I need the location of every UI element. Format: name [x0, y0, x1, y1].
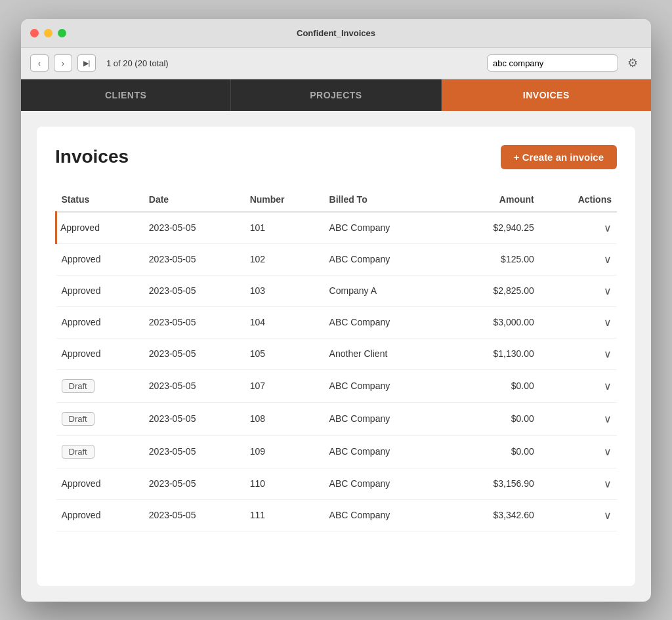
table-row: Approved2023-05-05105Another Client$1,13…: [56, 338, 618, 369]
cell-actions[interactable]: ∨: [539, 402, 617, 435]
col-header-amount: Amount: [449, 188, 539, 212]
search-area: ⚙: [487, 54, 642, 72]
cell-billed-to: ABC Company: [324, 468, 450, 499]
expand-row-button[interactable]: ∨: [604, 445, 612, 458]
table-row: Draft2023-05-05109ABC Company$0.00∨: [56, 435, 618, 468]
cell-status: Approved: [56, 212, 144, 244]
status-badge-draft: Draft: [62, 445, 94, 459]
table-row: Approved2023-05-05111ABC Company$3,342.6…: [56, 499, 618, 531]
cell-status: Approved: [56, 499, 144, 531]
window-controls: [30, 29, 66, 37]
expand-row-button[interactable]: ∨: [604, 380, 612, 392]
cell-actions[interactable]: ∨: [539, 275, 617, 306]
expand-row-button[interactable]: ∨: [604, 413, 612, 425]
close-button[interactable]: [30, 29, 39, 37]
cell-billed-to: ABC Company: [324, 306, 450, 338]
cell-amount: $3,342.60: [449, 499, 539, 531]
cell-status: Draft: [56, 402, 144, 435]
cell-number: 103: [245, 275, 324, 306]
cell-number: 107: [245, 369, 324, 402]
table-row: Draft2023-05-05108ABC Company$0.00∨: [56, 402, 618, 435]
cell-amount: $0.00: [449, 369, 539, 402]
cell-amount: $2,940.25: [449, 212, 539, 244]
cell-billed-to: Another Client: [324, 338, 450, 369]
cell-date: 2023-05-05: [144, 402, 245, 435]
cell-actions[interactable]: ∨: [539, 306, 617, 338]
table-row: Draft2023-05-05107ABC Company$0.00∨: [56, 369, 618, 402]
table-row: Approved2023-05-05104ABC Company$3,000.0…: [56, 306, 618, 338]
cell-billed-to: ABC Company: [324, 499, 450, 531]
expand-row-button[interactable]: ∨: [604, 316, 612, 329]
cell-number: 109: [245, 435, 324, 468]
cell-actions[interactable]: ∨: [539, 212, 617, 244]
expand-row-button[interactable]: ∨: [604, 478, 612, 490]
app-window: Confident_Invoices ‹ › ▶| 1 of 20 (20 to…: [21, 19, 651, 602]
settings-button[interactable]: ⚙: [623, 54, 642, 72]
cell-number: 104: [245, 306, 324, 338]
cell-number: 110: [245, 468, 324, 499]
cell-actions[interactable]: ∨: [539, 499, 617, 531]
cell-billed-to: Company A: [324, 275, 450, 306]
table-row: Approved2023-05-05110ABC Company$3,156.9…: [56, 468, 618, 499]
titlebar: Confident_Invoices: [21, 19, 651, 48]
cell-status: Approved: [56, 306, 144, 338]
cell-number: 101: [245, 212, 324, 244]
cell-actions[interactable]: ∨: [539, 435, 617, 468]
cell-date: 2023-05-05: [144, 306, 245, 338]
cell-number: 105: [245, 338, 324, 369]
cell-billed-to: ABC Company: [324, 402, 450, 435]
main-content: Invoices + Create an invoice Status Date…: [37, 127, 635, 586]
expand-row-button[interactable]: ∨: [604, 285, 612, 297]
maximize-button[interactable]: [58, 29, 66, 37]
cell-amount: $2,825.00: [449, 275, 539, 306]
cell-billed-to: ABC Company: [324, 369, 450, 402]
cell-amount: $3,156.90: [449, 468, 539, 499]
pagination-text: 1 of 20 (20 total): [106, 58, 169, 68]
cell-status: Approved: [56, 275, 144, 306]
cell-amount: $0.00: [449, 402, 539, 435]
table-row: Approved2023-05-05101ABC Company$2,940.2…: [56, 212, 618, 244]
cell-billed-to: ABC Company: [324, 435, 450, 468]
cell-number: 102: [245, 243, 324, 275]
cell-number: 111: [245, 499, 324, 531]
window-title: Confident_Invoices: [297, 28, 375, 38]
cell-amount: $1,130.00: [449, 338, 539, 369]
expand-row-button[interactable]: ∨: [604, 222, 612, 234]
cell-amount: $0.00: [449, 435, 539, 468]
last-button[interactable]: ▶|: [77, 54, 96, 72]
page-title: Invoices: [55, 146, 129, 167]
create-invoice-button[interactable]: + Create an invoice: [501, 145, 617, 169]
search-input[interactable]: [487, 54, 618, 72]
table-row: Approved2023-05-05103Company A$2,825.00∨: [56, 275, 618, 306]
col-header-billed-to: Billed To: [324, 188, 450, 212]
cell-billed-to: ABC Company: [324, 212, 450, 244]
cell-actions[interactable]: ∨: [539, 369, 617, 402]
table-header-row: Status Date Number Billed To Amount Acti…: [56, 188, 618, 212]
cell-actions[interactable]: ∨: [539, 468, 617, 499]
cell-date: 2023-05-05: [144, 435, 245, 468]
cell-status: Approved: [56, 338, 144, 369]
cell-status: Draft: [56, 369, 144, 402]
cell-status: Approved: [56, 468, 144, 499]
back-button[interactable]: ‹: [30, 54, 49, 72]
cell-actions[interactable]: ∨: [539, 243, 617, 275]
status-badge-draft: Draft: [62, 379, 94, 393]
expand-row-button[interactable]: ∨: [604, 253, 612, 266]
cell-number: 108: [245, 402, 324, 435]
cell-date: 2023-05-05: [144, 338, 245, 369]
cell-amount: $3,000.00: [449, 306, 539, 338]
forward-button[interactable]: ›: [54, 54, 72, 72]
cell-actions[interactable]: ∨: [539, 338, 617, 369]
expand-row-button[interactable]: ∨: [604, 348, 612, 360]
cell-date: 2023-05-05: [144, 212, 245, 244]
cell-status: Draft: [56, 435, 144, 468]
tab-invoices[interactable]: INVOICES: [442, 79, 651, 111]
tab-clients[interactable]: CLIENTS: [21, 79, 231, 111]
table-row: Approved2023-05-05102ABC Company$125.00∨: [56, 243, 618, 275]
cell-billed-to: ABC Company: [324, 243, 450, 275]
cell-date: 2023-05-05: [144, 369, 245, 402]
tab-projects[interactable]: PROJECTS: [231, 79, 441, 111]
invoice-table: Status Date Number Billed To Amount Acti…: [55, 188, 617, 531]
expand-row-button[interactable]: ∨: [604, 509, 612, 522]
minimize-button[interactable]: [44, 29, 52, 37]
